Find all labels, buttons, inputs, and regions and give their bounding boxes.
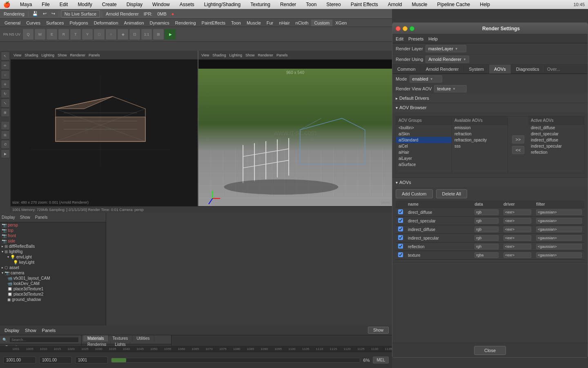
hs-menu-panels[interactable]: Panels xyxy=(39,327,59,334)
menu-ncloth[interactable]: nCloth xyxy=(293,20,312,26)
aov-active-direct-specular[interactable]: direct_specular xyxy=(528,131,584,137)
browser-search-input[interactable] xyxy=(9,337,79,343)
rotate-tool[interactable]: ↻ xyxy=(1,89,10,98)
rs-menu-presets[interactable]: Presets xyxy=(408,36,423,41)
aov-row5-data[interactable]: rgh xyxy=(472,242,501,251)
rs-tab-common[interactable]: Common xyxy=(392,65,421,74)
shelf-button-7[interactable]: □ xyxy=(94,29,105,40)
outliner-camera[interactable]: ▾ 📷 camera xyxy=(0,270,106,276)
shelf-button-10[interactable]: ⊡ xyxy=(129,29,140,40)
aov-group-ailayer[interactable]: aiLayer xyxy=(396,155,452,162)
aov-row1-filter-dd[interactable]: <gaussian> xyxy=(536,209,582,215)
aov-row4-filter[interactable]: <gaussian> xyxy=(534,234,584,242)
outliner-vfx301[interactable]: 📹 vfx301_layout_CAM xyxy=(0,276,106,281)
rs-tab-aovs[interactable]: AOVs xyxy=(489,65,511,74)
playback[interactable]: ▶ xyxy=(1,149,10,158)
menu-custom[interactable]: Custom xyxy=(311,20,332,26)
menu-texturing[interactable]: Texturing xyxy=(249,1,272,8)
vpr-shading-btn[interactable]: Shading xyxy=(211,53,227,58)
aov-row2-data[interactable]: rgb xyxy=(472,217,501,225)
menu-dynamics[interactable]: Dynamics xyxy=(147,20,172,26)
menu-rendering[interactable]: Rendering xyxy=(172,20,199,26)
menu-muscle-shelf[interactable]: Muscle xyxy=(244,20,264,26)
aov-row1-check[interactable] xyxy=(396,208,405,217)
menu-toon[interactable]: Toon xyxy=(304,1,318,8)
aov-row6-check[interactable] xyxy=(396,251,405,260)
menu-modify[interactable]: Modify xyxy=(76,1,94,8)
aov-row4-check[interactable] xyxy=(396,234,405,242)
rs-default-drivers-header[interactable]: ▸ Default Drivers xyxy=(392,94,588,103)
vpr-renderer-btn[interactable]: Renderer xyxy=(256,53,274,58)
hs-tab-utilities[interactable]: Utilities xyxy=(132,335,154,341)
vp-lighting-btn[interactable]: Lighting xyxy=(40,53,56,58)
render-using-dropdown[interactable]: Arnold Renderer ▼ xyxy=(425,56,469,63)
mode-dropdown[interactable]: enabled ▼ xyxy=(410,75,442,83)
menu-maya[interactable]: Maya xyxy=(18,1,33,8)
snap-grid[interactable]: ⊟ xyxy=(1,130,10,139)
aov-row2-data-dd[interactable]: rgb xyxy=(474,218,499,224)
aov-row4-data-dd[interactable]: rgb xyxy=(474,235,499,241)
menu-window[interactable]: Window xyxy=(151,1,172,8)
menu-file[interactable]: File xyxy=(40,1,51,8)
rs-tab-arnold[interactable]: Arnold Renderer xyxy=(421,65,464,74)
menu-arnold[interactable]: Arnold xyxy=(386,1,404,8)
aov-row2-check[interactable] xyxy=(396,217,405,225)
aov-row1-data[interactable]: rgb xyxy=(472,208,501,217)
aov-group-aiskin[interactable]: aiSkin xyxy=(396,131,452,137)
shelf-button-11[interactable]: 1:1 xyxy=(141,29,152,40)
menu-render[interactable]: Render xyxy=(278,1,298,8)
outliner-keyLight[interactable]: 💡 keyLight xyxy=(0,260,106,265)
menu-polygons[interactable]: Polygons xyxy=(67,20,91,26)
delete-all-btn[interactable]: Delete All xyxy=(436,189,467,198)
aov-row6-data-dd[interactable]: rgba xyxy=(474,252,499,258)
aov-back-btn[interactable]: << xyxy=(512,146,525,154)
aov-row5-filter-dd[interactable]: <gaussian> xyxy=(536,244,582,249)
rs-close-btn-traffic[interactable] xyxy=(396,26,401,31)
aov-row5-data-dd[interactable]: rgh xyxy=(474,244,499,249)
rs-maximize-btn[interactable] xyxy=(410,26,414,31)
aov-row6-data[interactable]: rgba xyxy=(472,251,501,260)
undo-icon[interactable]: ↩ xyxy=(41,10,49,17)
shelf-button-5[interactable]: T xyxy=(70,29,81,40)
lasso-tool[interactable]: ○ xyxy=(1,70,10,79)
vp-panels-btn[interactable]: Panels xyxy=(87,53,101,58)
aov-row3-data-dd[interactable]: rgb xyxy=(474,227,499,232)
vpr-panels-btn[interactable]: Panels xyxy=(275,53,289,58)
aov-available-emission[interactable]: emission xyxy=(452,125,508,131)
vp-view-btn[interactable]: View xyxy=(12,53,22,58)
vpr-lighting-btn[interactable]: Lighting xyxy=(228,53,243,58)
hs-tab-textures[interactable]: Textures xyxy=(109,335,133,341)
aov-row3-driver-dd[interactable]: <exr> xyxy=(503,227,531,232)
scale-tool[interactable]: ⤡ xyxy=(1,99,10,108)
shelf-button-1[interactable]: Q xyxy=(22,29,34,40)
aov-row2-filter[interactable]: <gaussian> xyxy=(534,217,584,225)
aov-row2-filter-dd[interactable]: <gaussian> xyxy=(536,218,582,224)
save-icon[interactable]: 💾 xyxy=(30,10,40,17)
aov-row2-driver-dd[interactable]: <exr> xyxy=(503,218,531,224)
rs-minimize-btn[interactable] xyxy=(403,26,408,31)
menu-painteffects[interactable]: PaintEffects xyxy=(199,20,229,26)
aov-row1-driver-dd[interactable]: <exr> xyxy=(503,209,531,215)
vp-renderer-btn[interactable]: Renderer xyxy=(69,53,87,58)
viewport-persp-left[interactable]: View Shading Lighting Show Renderer Pane… xyxy=(11,51,198,206)
menu-nhair[interactable]: nHair xyxy=(276,20,292,26)
aov-row1-data-dd[interactable]: rgb xyxy=(474,209,499,215)
vpr-show-btn[interactable]: Show xyxy=(244,53,256,58)
menu-lighting-shading[interactable]: Lighting/Shading xyxy=(203,1,242,8)
aov-row4-driver[interactable]: <exr> xyxy=(501,234,534,242)
vpr-view-btn[interactable]: View xyxy=(200,53,210,58)
outliner-place3d1[interactable]: 🔲 place3dTexture1 xyxy=(0,286,106,292)
menu-animation[interactable]: Animation xyxy=(121,20,147,26)
paint-tool[interactable]: ✏ xyxy=(1,61,10,70)
menu-paint-effects[interactable]: Paint Effects xyxy=(349,1,380,8)
menu-xgen[interactable]: XGen xyxy=(332,20,350,26)
apple-menu[interactable]: 🍎 xyxy=(3,1,10,8)
menu-deformation[interactable]: Deformation xyxy=(91,20,121,26)
rs-menu-help[interactable]: Help xyxy=(428,36,438,41)
aov-row5-driver-dd[interactable]: <exr> xyxy=(503,244,531,249)
aov-active-indirect-specular[interactable]: indirect_specular xyxy=(528,143,584,149)
aov-row6-filter[interactable]: <gaussian> xyxy=(534,251,584,260)
aov-row3-data[interactable]: rgb xyxy=(472,225,501,234)
shelf-button-13[interactable]: ▶ xyxy=(165,29,176,40)
menu-general[interactable]: General xyxy=(2,20,23,26)
